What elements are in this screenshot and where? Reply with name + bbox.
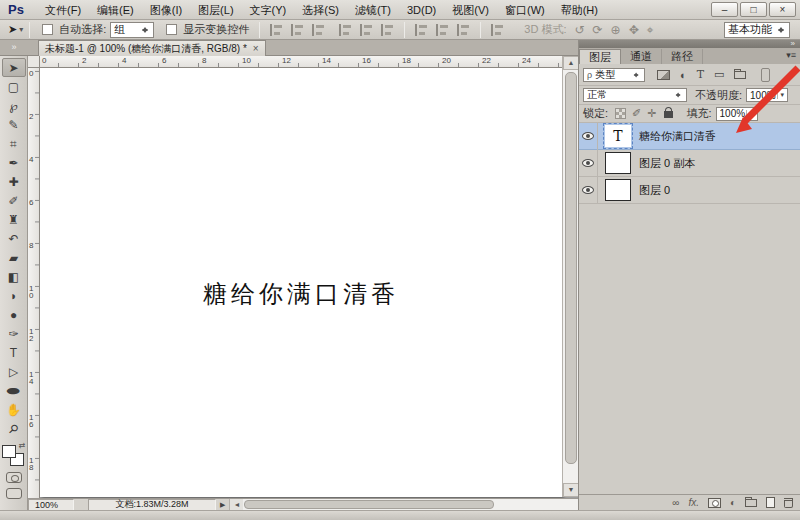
filter-type-layers-icon[interactable]: T: [697, 68, 704, 81]
filter-shape-layers-icon[interactable]: ▭: [714, 68, 724, 81]
zoom-level-field[interactable]: 100%: [28, 499, 74, 511]
menu-item-2[interactable]: 图像(I): [143, 1, 189, 20]
swap-colors-icon[interactable]: ⇄: [19, 441, 26, 450]
new-layer-icon[interactable]: [766, 497, 775, 508]
align-vcenter-icon[interactable]: [291, 24, 304, 36]
filter-kind-dropdown[interactable]: ρ 类型: [583, 68, 645, 82]
layer-thumbnail[interactable]: [605, 152, 631, 174]
3d-scale-icon[interactable]: ⌖: [647, 23, 654, 37]
lasso-tool[interactable]: ℘: [2, 96, 26, 115]
filter-toggle-icon[interactable]: [761, 68, 770, 82]
close-button[interactable]: ×: [769, 2, 796, 17]
align-hcenter-icon[interactable]: [360, 24, 373, 36]
3d-drag-icon[interactable]: ⊕: [611, 23, 621, 37]
menu-item-0[interactable]: 文件(F): [38, 1, 88, 20]
foreground-color-swatch[interactable]: [2, 445, 16, 458]
menu-item-1[interactable]: 编辑(E): [90, 1, 141, 20]
align-top-icon[interactable]: [270, 24, 283, 36]
status-popup-icon[interactable]: ▶: [220, 501, 225, 509]
layer-row[interactable]: 图层 0 副本: [579, 150, 800, 177]
scroll-down-icon[interactable]: ▼: [563, 483, 578, 497]
layer-name[interactable]: 糖给你满口清香: [639, 129, 716, 144]
canvas-text[interactable]: 糖给你满口清香: [40, 278, 562, 310]
tool-preset-picker[interactable]: ➤ ▾: [8, 23, 23, 36]
align-bottom-icon[interactable]: [312, 24, 325, 36]
menu-item-6[interactable]: 滤镜(T): [348, 1, 398, 20]
menu-item-7[interactable]: 3D(D): [400, 2, 443, 18]
text-layer-thumbnail[interactable]: T: [605, 125, 631, 147]
horizontal-scrollbar[interactable]: ◄: [229, 499, 578, 511]
marquee-tool[interactable]: ▢: [2, 77, 26, 96]
quick-selection-tool[interactable]: ✎: [2, 115, 26, 134]
lock-all-icon[interactable]: [664, 111, 673, 118]
type-tool[interactable]: T: [2, 343, 26, 362]
auto-select-dropdown[interactable]: 组: [110, 22, 154, 38]
filter-adjustment-layers-icon[interactable]: ◐: [680, 69, 687, 81]
horizontal-scroll-thumb[interactable]: [244, 500, 494, 509]
vertical-scroll-thumb[interactable]: [565, 72, 577, 464]
quick-mask-icon[interactable]: [6, 472, 22, 483]
panel-tab-inactive[interactable]: 通道: [621, 49, 662, 64]
panel-collapse-strip[interactable]: »: [579, 40, 800, 48]
history-brush-tool[interactable]: ↶: [2, 229, 26, 248]
3d-slide-icon[interactable]: ✥: [629, 23, 639, 37]
menu-item-4[interactable]: 文字(Y): [243, 1, 294, 20]
lock-transparency-icon[interactable]: [615, 108, 626, 119]
layer-row[interactable]: T糖给你满口清香: [579, 123, 800, 150]
distribute-top-icon[interactable]: [415, 24, 428, 36]
delete-layer-icon[interactable]: [784, 498, 793, 508]
menu-item-5[interactable]: 选择(S): [295, 1, 346, 20]
healing-brush-tool[interactable]: ✚: [2, 172, 26, 191]
opacity-field[interactable]: 100% ▾: [746, 88, 788, 102]
panel-menu-icon[interactable]: ▾≡: [786, 50, 796, 60]
menu-item-10[interactable]: 帮助(H): [554, 1, 605, 20]
link-layers-icon[interactable]: ∞: [672, 497, 679, 508]
blur-tool[interactable]: ◗: [2, 286, 26, 305]
eyedropper-tool[interactable]: ✒: [2, 153, 26, 172]
add-layer-mask-icon[interactable]: [708, 498, 721, 508]
document-tab[interactable]: 未标题-1 @ 100% (糖给你满口清香, RGB/8) * ×: [38, 40, 266, 56]
layer-name[interactable]: 图层 0 副本: [639, 156, 695, 171]
layer-row[interactable]: 图层 0: [579, 177, 800, 204]
hand-tool[interactable]: ✋: [2, 400, 26, 419]
shape-tool[interactable]: ⬬: [2, 381, 26, 400]
show-transform-checkbox[interactable]: [166, 24, 177, 35]
minimize-button[interactable]: –: [711, 2, 738, 17]
filter-smart-objects-icon[interactable]: [734, 71, 746, 79]
menu-item-9[interactable]: 窗口(W): [498, 1, 552, 20]
blend-mode-dropdown[interactable]: 正常: [583, 88, 687, 102]
workspace-dropdown[interactable]: 基本功能: [724, 22, 790, 38]
align-left-icon[interactable]: [339, 24, 352, 36]
dodge-tool[interactable]: ●: [2, 305, 26, 324]
3d-rotate-icon[interactable]: ↺: [574, 23, 584, 37]
gradient-tool[interactable]: ◧: [2, 267, 26, 286]
auto-select-checkbox[interactable]: [42, 24, 53, 35]
path-selection-tool[interactable]: ▷: [2, 362, 26, 381]
maximize-button[interactable]: □: [740, 2, 767, 17]
auto-align-layers-icon[interactable]: [491, 24, 506, 36]
filter-pixel-layers-icon[interactable]: [657, 70, 670, 80]
crop-tool[interactable]: ⌗: [2, 134, 26, 153]
adjustment-layer-icon[interactable]: ◐: [730, 497, 736, 508]
layer-effects-icon[interactable]: fx.: [688, 497, 699, 508]
layer-visibility-cell[interactable]: [579, 123, 598, 150]
align-right-icon[interactable]: [381, 24, 394, 36]
panel-tab-inactive[interactable]: 路径: [662, 49, 703, 64]
color-swatches[interactable]: ⇄: [2, 441, 26, 467]
move-tool[interactable]: ➤: [2, 58, 26, 77]
layer-thumbnail[interactable]: [605, 179, 631, 201]
eraser-tool[interactable]: ▰: [2, 248, 26, 267]
zoom-tool[interactable]: ⚲: [2, 419, 26, 438]
scroll-left-icon[interactable]: ◄: [230, 499, 243, 510]
new-group-icon[interactable]: [745, 499, 757, 507]
lock-paint-icon[interactable]: ✐: [632, 107, 641, 120]
layer-visibility-cell[interactable]: [579, 177, 598, 204]
toolbar-collapse-strip[interactable]: »: [0, 40, 28, 56]
layer-name[interactable]: 图层 0: [639, 183, 670, 198]
lock-position-icon[interactable]: ✛: [647, 107, 656, 120]
layer-visibility-cell[interactable]: [579, 150, 598, 177]
clone-stamp-tool[interactable]: ♜: [2, 210, 26, 229]
menu-item-8[interactable]: 视图(V): [445, 1, 496, 20]
brush-tool[interactable]: ✐: [2, 191, 26, 210]
pen-tool[interactable]: ✑: [2, 324, 26, 343]
